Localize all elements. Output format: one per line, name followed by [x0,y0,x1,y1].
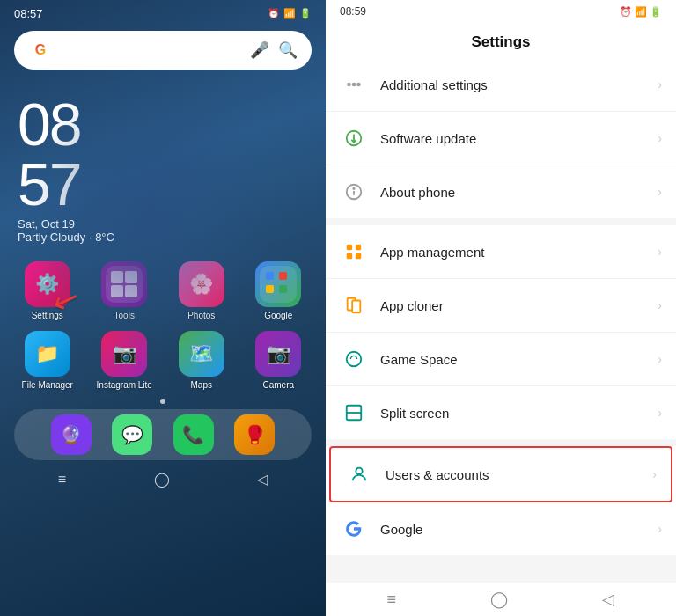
right-status-icons: ⏰📶🔋 [620,6,662,18]
settings-item-google[interactable]: Google › [326,502,676,555]
dock: 🔮 💬 📞 🥊 [14,409,312,460]
lens-icon[interactable]: 🔍 [278,40,298,60]
google-chevron: › [658,522,662,536]
right-status-bar: 08:59 ⏰📶🔋 [326,0,676,23]
settings-item-additional[interactable]: Additional settings › [326,58,676,112]
users-accounts-label: Users & accounts [386,467,652,482]
filemanager-icon: 📁 [25,331,70,377]
users-accounts-chevron: › [652,467,657,481]
nav-menu-icon[interactable]: ≡ [58,472,66,488]
split-screen-icon [340,399,368,427]
app-camera[interactable]: 📷 Camera [246,331,312,390]
software-update-label: Software update [380,131,658,146]
svg-point-7 [353,188,354,189]
page-indicator [0,399,326,404]
additional-settings-icon [340,70,368,99]
app-cloner-label: App cloner [380,298,658,313]
game-space-chevron: › [658,352,662,366]
svg-point-1 [353,84,356,86]
about-phone-label: About phone [380,185,658,200]
settings-item-app-cloner[interactable]: → App cloner › [326,279,676,333]
app-management-chevron: › [658,245,662,259]
search-bar-icons: 🎤 🔍 [250,40,298,60]
nav-right-home[interactable]: ◯ [490,590,508,609]
settings-list: Additional settings › Software update › [326,58,676,583]
left-status-icons: ⏰ 📶 🔋 [268,8,312,19]
game-space-label: Game Space [380,352,658,367]
additional-settings-chevron: › [658,77,662,92]
right-time: 08:59 [340,5,366,18]
nav-bar-left: ≡ ◯ ◁ [0,464,326,495]
additional-settings-label: Additional settings [380,77,658,92]
google-logo: G [28,38,53,62]
software-update-chevron: › [658,131,662,145]
app-cloner-icon [340,291,368,319]
app-google-label: Google [264,311,292,320]
nav-right-back[interactable]: ◁ [602,590,614,609]
app-camera-label: Camera [262,380,294,390]
dock-item-2[interactable]: 📞 [173,414,214,455]
game-space-icon [340,345,368,373]
svg-rect-11 [356,253,361,259]
app-filemanager[interactable]: 📁 File Manager [14,331,81,390]
nav-home-icon[interactable]: ◯ [154,471,170,488]
left-time: 08:57 [14,7,43,20]
left-phone-screen: 08:57 ⏰ 📶 🔋 G 🎤 🔍 0857 Sat, Oct 19 Partl… [0,0,326,616]
svg-point-0 [348,84,350,86]
app-management-label: App management [380,245,658,260]
settings-item-split-screen[interactable]: Split screen › [326,386,676,439]
svg-rect-8 [347,245,352,250]
svg-rect-9 [356,245,361,250]
camera-icon: 📷 [255,331,301,377]
svg-rect-13 [352,301,360,313]
settings-group-3: Users & accounts › Google › [326,446,676,555]
settings-item-software-update[interactable]: Software update › [326,112,676,165]
software-update-icon [340,124,368,152]
split-screen-chevron: › [658,406,662,420]
app-maps-label: Maps [191,380,212,390]
left-status-bar: 08:57 ⏰ 📶 🔋 [0,0,326,24]
settings-item-game-space[interactable]: Game Space › [326,333,676,386]
dock-item-3[interactable]: 🥊 [234,414,275,455]
page-dot [160,399,165,404]
google-label: Google [380,522,658,537]
clock-date: Sat, Oct 19 Partly Cloudy · 8°C [18,217,308,244]
app-filemanager-label: File Manager [22,380,73,390]
app-management-icon [340,238,368,266]
settings-title: Settings [326,23,676,58]
dock-item-1[interactable]: 💬 [112,414,152,455]
nav-back-icon[interactable]: ◁ [257,471,268,488]
right-settings-panel: 08:59 ⏰📶🔋 Settings Additional settings › [326,0,676,616]
settings-item-app-management[interactable]: App management › [326,225,676,279]
app-instagram-label: Instagram Lite [97,380,152,390]
settings-item-users-accounts[interactable]: Users & accounts › [329,446,672,502]
search-bar[interactable]: G 🎤 🔍 [14,31,312,70]
svg-point-14 [347,352,362,367]
dock-item-0[interactable]: 🔮 [51,414,92,455]
google-settings-icon [340,515,368,543]
mic-icon[interactable]: 🎤 [250,40,269,60]
users-accounts-icon [345,460,373,488]
svg-rect-10 [347,253,352,259]
about-phone-chevron: › [658,185,662,199]
svg-point-2 [357,84,360,86]
settings-item-about-phone[interactable]: About phone › [326,165,676,218]
settings-group-1: Additional settings › Software update › [326,58,676,218]
svg-point-17 [356,468,362,474]
google-app-icon [255,261,301,307]
about-phone-icon [340,178,368,206]
app-cloner-chevron: › [658,298,662,312]
nav-bar-right: ≡ ◯ ◁ [326,583,676,616]
split-screen-label: Split screen [380,406,658,421]
nav-right-menu[interactable]: ≡ [387,590,397,609]
settings-group-2: App management › → App cloner › [326,225,676,439]
